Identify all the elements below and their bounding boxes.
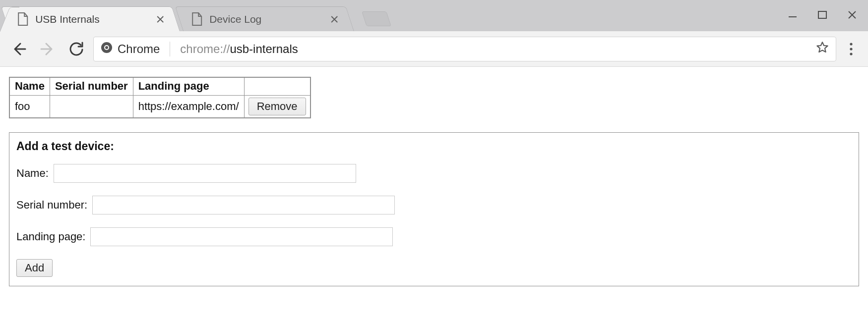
name-label: Name: [16,167,49,180]
col-name: Name [9,77,50,95]
tab-title: USB Internals [35,13,140,25]
form-row-landing: Landing page: [16,227,852,246]
cell-action: Remove [244,95,310,118]
page-icon [191,12,202,26]
omnibox-divider [170,42,170,56]
url-display: chrome://usb-internals [180,42,298,56]
devices-table: Name Serial number Landing page foo http… [9,77,311,118]
name-input[interactable] [54,164,356,183]
tab-strip: USB Internals Device Log [0,0,868,31]
form-row-name: Name: [16,164,852,183]
svg-point-7 [850,53,852,55]
svg-rect-1 [818,11,826,18]
cell-serial [50,95,133,118]
cell-name: foo [9,95,50,118]
tab-device-log[interactable]: Device Log [175,6,354,31]
browser-toolbar: Chrome chrome://usb-internals [0,31,868,67]
col-action [244,77,310,95]
serial-label: Serial number: [16,199,87,212]
close-tab-icon[interactable] [155,14,166,25]
serial-input[interactable] [92,196,395,214]
remove-button[interactable]: Remove [248,98,306,115]
bookmark-star-icon[interactable] [816,41,829,57]
close-tab-icon[interactable] [329,14,340,25]
window-controls [786,8,859,22]
cell-landing: https://example.com/ [133,95,244,118]
new-tab-button[interactable] [362,11,391,26]
page-icon [17,12,28,26]
svg-point-6 [850,48,852,50]
maximize-button[interactable] [815,8,829,22]
col-landing: Landing page [133,77,244,95]
add-test-device-form: Add a test device: Name: Serial number: … [9,132,859,286]
chrome-logo-icon [101,42,113,56]
close-window-button[interactable] [845,8,859,22]
site-identity[interactable]: Chrome [101,42,160,56]
back-button[interactable] [7,37,31,61]
form-row-serial: Serial number: [16,196,852,214]
tab-title: Device Log [209,13,314,25]
browser-menu-button[interactable] [841,42,861,56]
col-serial: Serial number [50,77,133,95]
address-bar[interactable]: Chrome chrome://usb-internals [93,37,836,61]
forward-button[interactable] [36,37,60,61]
add-button[interactable]: Add [16,259,53,277]
page-content: Name Serial number Landing page foo http… [0,67,868,296]
site-identity-label: Chrome [118,42,160,56]
table-header-row: Name Serial number Landing page [9,77,310,95]
tab-usb-internals[interactable]: USB Internals [1,6,180,31]
landing-label: Landing page: [16,230,85,243]
reload-button[interactable] [64,37,88,61]
svg-point-5 [850,43,852,45]
table-row: foo https://example.com/ Remove [9,95,310,118]
form-title: Add a test device: [16,140,852,153]
landing-input[interactable] [90,227,393,246]
svg-point-4 [105,46,108,49]
minimize-button[interactable] [786,8,800,22]
